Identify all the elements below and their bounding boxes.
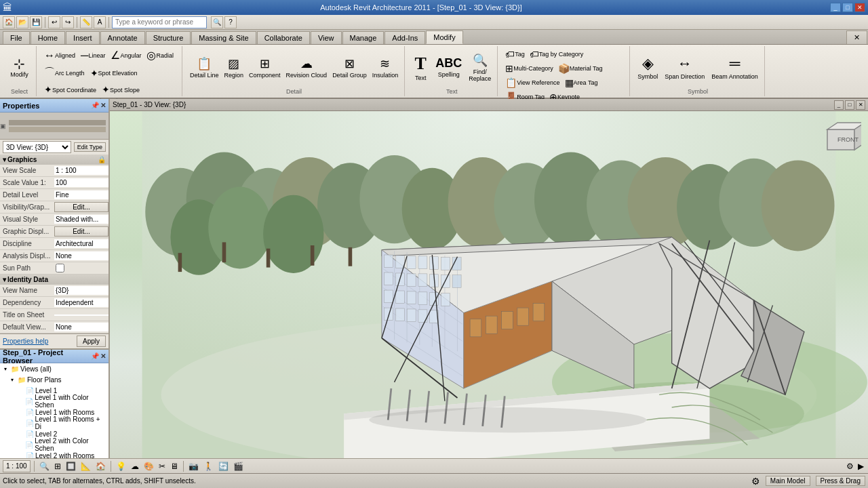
zoom-region-icon[interactable]: 🔲: [64, 462, 77, 471]
viewport[interactable]: Step_01 - 3D View: {3D} _ □ ✕: [110, 99, 868, 458]
arc-length-button[interactable]: ⌒ Arc Length: [42, 64, 87, 81]
search-input[interactable]: [112, 16, 207, 28]
aligned-dim-button[interactable]: ↔ Aligned: [42, 48, 77, 63]
material-tag-button[interactable]: 📦Material Tag: [556, 62, 605, 75]
list-item[interactable]: 📄Level 2 with Color Schen: [0, 439, 108, 450]
spelling-button[interactable]: ABC Spelling: [433, 55, 464, 79]
browser-pin-icon[interactable]: 📌: [91, 352, 99, 360]
symbol-button[interactable]: ◈ Symbol: [635, 54, 660, 81]
walk-icon[interactable]: 🚶: [202, 462, 215, 471]
visibility-edit-button[interactable]: Edit...: [54, 202, 108, 212]
span-direction-button[interactable]: ↔ Span Direction: [663, 54, 707, 81]
tab-massing[interactable]: Massing & Site: [191, 31, 256, 44]
tag-button[interactable]: 🏷Tag: [503, 47, 527, 61]
list-item[interactable]: 📄Level 1 with Rooms + Di: [0, 418, 108, 428]
svg-rect-23: [311, 245, 315, 266]
text-button[interactable]: T Text: [410, 52, 431, 83]
tab-annotate[interactable]: Annotate: [100, 31, 145, 44]
radial-dim-button[interactable]: ◎ Radial: [144, 47, 176, 63]
minimize-button[interactable]: _: [830, 3, 841, 12]
tab-structure[interactable]: Structure: [146, 31, 191, 44]
orbit-icon[interactable]: 🔄: [217, 462, 230, 471]
revision-cloud-button[interactable]: ☁ Revision Cloud: [284, 55, 330, 80]
multi-category-tag-button[interactable]: ⊞Multi-Category: [503, 62, 555, 75]
qa-redo[interactable]: ↪: [62, 16, 74, 28]
ribbon-group-symbol: ◈ Symbol ↔ Span Direction ═ Beam Annotat…: [631, 46, 765, 96]
qa-open[interactable]: 📂: [16, 16, 28, 28]
qa-measure[interactable]: 📏: [80, 16, 92, 28]
modify-button[interactable]: ⊹ Modify: [8, 56, 31, 79]
tab-home[interactable]: Home: [31, 31, 65, 44]
apply-button[interactable]: Apply: [77, 336, 106, 347]
list-item[interactable]: 📄Level 2 with Rooms: [0, 450, 108, 458]
section-graphics[interactable]: ▾ Graphics 🔒: [0, 155, 108, 165]
linear-dim-button[interactable]: ─ Linear: [79, 48, 107, 63]
tab-close[interactable]: ✕: [846, 30, 867, 44]
zoom-in-icon[interactable]: 🔍: [38, 462, 51, 471]
display-icon[interactable]: 🖥: [169, 462, 180, 471]
detail-group-button[interactable]: ⊠ Detail Group: [330, 55, 369, 80]
find-replace-button[interactable]: 🔍 Find/Replace: [467, 52, 493, 83]
edit-type-button[interactable]: Edit Type: [74, 142, 106, 152]
qa-undo[interactable]: ↩: [48, 16, 60, 28]
home-icon[interactable]: 🏠: [94, 462, 107, 471]
maximize-button[interactable]: □: [842, 3, 853, 12]
tab-view[interactable]: View: [311, 31, 342, 44]
tag-by-category-button[interactable]: 🏷Tag by Category: [528, 47, 586, 61]
camera-icon[interactable]: 📷: [187, 462, 200, 471]
browser-close-icon[interactable]: ✕: [100, 352, 106, 360]
ribbon-group-text: T Text ABC Spelling 🔍 Find/Replace Text: [406, 46, 498, 96]
scroll-right-icon[interactable]: ▶: [856, 462, 865, 471]
group-label-detail: Detail: [286, 87, 302, 95]
crop-icon[interactable]: ✂: [157, 462, 167, 471]
tab-collaborate[interactable]: Collaborate: [257, 31, 310, 44]
insulation-button[interactable]: ≋ Insulation: [370, 55, 401, 80]
tree-floor-plans[interactable]: ▾ 📁 Floor Plans: [0, 374, 108, 385]
tab-file[interactable]: File: [3, 31, 30, 44]
qa-save[interactable]: 💾: [30, 16, 42, 28]
angular-dim-button[interactable]: ∠ Angular: [108, 47, 143, 63]
properties-close-icon[interactable]: ✕: [100, 102, 106, 109]
sun-settings-icon[interactable]: 💡: [115, 462, 127, 471]
3d-scene: [110, 111, 868, 458]
section-identity-data[interactable]: ▾ Identity Data: [0, 274, 108, 285]
zoom-fit-icon[interactable]: ⊞: [53, 462, 62, 471]
spot-elevation-button[interactable]: ✦ Spot Elevation: [88, 66, 140, 80]
properties-help-link[interactable]: Properties help: [3, 338, 48, 345]
tab-modify[interactable]: Modify: [426, 30, 462, 44]
svg-point-95: [369, 407, 646, 432]
nav-wheel-icon[interactable]: ⚙: [845, 462, 855, 471]
properties-pin-icon[interactable]: 📌: [91, 102, 99, 109]
shadow-icon[interactable]: ☁: [130, 462, 140, 471]
view-reference-button[interactable]: 📋View Reference: [503, 76, 561, 89]
list-item[interactable]: 📄Level 1 with Color Schen: [0, 396, 108, 407]
viewport-min-button[interactable]: _: [834, 100, 844, 110]
component-button[interactable]: ⊞ Component: [247, 55, 283, 80]
area-tag-button[interactable]: ▦Area Tag: [563, 76, 600, 89]
qa-help[interactable]: ?: [224, 16, 237, 28]
qa-home[interactable]: 🏠: [3, 16, 15, 28]
tab-insert[interactable]: Insert: [66, 31, 100, 44]
sun-path-checkbox[interactable]: [56, 264, 64, 272]
close-button[interactable]: ✕: [854, 3, 865, 12]
spot-slope-button[interactable]: ✦ Spot Slope: [100, 83, 142, 96]
region-button[interactable]: ▨ Region: [222, 55, 246, 80]
qa-annotate[interactable]: A: [94, 16, 106, 28]
tab-addins[interactable]: Add-Ins: [384, 31, 425, 44]
tab-manage[interactable]: Manage: [342, 31, 384, 44]
viewport-restore-button[interactable]: □: [845, 100, 854, 110]
spot-coordinate-button[interactable]: ✦ Spot Coordinate: [42, 83, 98, 96]
navigation-cube[interactable]: FRONT: [821, 116, 861, 157]
measure-icon[interactable]: 📐: [79, 462, 92, 471]
graphic-display-edit-button[interactable]: Edit...: [54, 226, 108, 237]
scale-indicator[interactable]: 1 : 100: [3, 460, 31, 472]
svg-text:FRONT: FRONT: [837, 136, 859, 143]
viewport-close-button[interactable]: ✕: [856, 100, 865, 110]
view-type-select[interactable]: 3D View: {3D}: [3, 141, 71, 153]
render-icon[interactable]: 🎨: [142, 462, 155, 471]
tree-views-all[interactable]: ▾ 📁 Views (all): [0, 363, 108, 374]
steering-icon[interactable]: 🎬: [232, 462, 245, 471]
detail-line-button[interactable]: 📋 Detail Line: [188, 55, 221, 80]
qa-search[interactable]: 🔍: [211, 16, 223, 28]
beam-annotation-button[interactable]: ═ Beam Annotation: [709, 54, 760, 81]
